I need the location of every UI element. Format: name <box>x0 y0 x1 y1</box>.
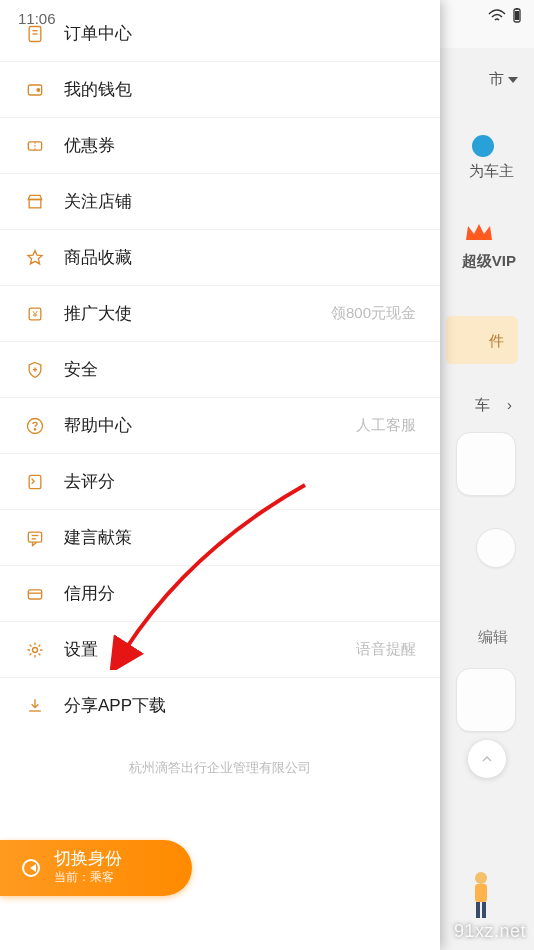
menu-item-share-download[interactable]: 分享APP下载 <box>0 678 440 733</box>
menu-item-coupon[interactable]: 优惠券 <box>0 118 440 173</box>
bg-chevron[interactable]: › <box>507 396 512 413</box>
menu-item-follow-shop[interactable]: 关注店铺 <box>0 174 440 229</box>
menu-item-rate[interactable]: 去评分 <box>0 454 440 509</box>
bg-件-label: 件 <box>489 332 504 351</box>
chevron-up-icon <box>479 751 495 767</box>
menu-label: 安全 <box>64 358 416 381</box>
shield-icon <box>24 359 46 381</box>
menu-label: 信用分 <box>64 582 416 605</box>
feedback-icon <box>24 527 46 549</box>
switch-current: 当前：乘客 <box>54 869 122 886</box>
menu-label: 帮助中心 <box>64 414 356 437</box>
menu-list: 订单中心 我的钱包 优惠券 关注店铺 商品收藏 ¥ 推广大使 领800元现金 <box>0 0 440 950</box>
menu-item-wallet[interactable]: 我的钱包 <box>0 62 440 117</box>
svg-rect-5 <box>476 902 480 918</box>
svg-point-11 <box>37 88 40 91</box>
menu-label: 关注店铺 <box>64 190 416 213</box>
menu-extra: 领800元现金 <box>331 304 416 323</box>
status-bar-icons <box>488 8 522 24</box>
menu-extra: 语音提醒 <box>356 640 416 659</box>
menu-item-feedback[interactable]: 建言献策 <box>0 510 440 565</box>
switch-title: 切换身份 <box>54 850 122 869</box>
menu-extra: 人工客服 <box>356 416 416 435</box>
svg-rect-6 <box>482 902 486 918</box>
svg-point-3 <box>475 872 487 884</box>
status-time: 11:06 <box>18 10 56 27</box>
switch-arrow-icon <box>22 859 40 877</box>
person-illustration <box>468 870 494 920</box>
svg-rect-25 <box>28 589 41 598</box>
edit-link[interactable]: 编辑 <box>478 628 508 647</box>
menu-item-favorites[interactable]: 商品收藏 <box>0 230 440 285</box>
coupon-icon <box>24 135 46 157</box>
menu-item-safety[interactable]: 安全 <box>0 342 440 397</box>
wallet-icon <box>24 79 46 101</box>
side-drawer: 11:06 订单中心 我的钱包 优惠券 关注店铺 商品收藏 ¥ 推广 <box>0 0 440 950</box>
svg-rect-4 <box>475 884 487 902</box>
download-icon <box>24 695 46 717</box>
settings-icon <box>24 639 46 661</box>
menu-label: 订单中心 <box>64 22 416 45</box>
scroll-top-button[interactable] <box>468 740 506 778</box>
svg-rect-22 <box>28 532 41 542</box>
favorite-icon <box>24 247 46 269</box>
menu-item-orders[interactable]: 订单中心 <box>0 6 440 61</box>
rate-icon <box>24 471 46 493</box>
city-selector[interactable]: 市 <box>489 70 518 89</box>
menu-label: 优惠券 <box>64 134 416 157</box>
svg-rect-2 <box>515 11 519 20</box>
svg-rect-1 <box>516 8 518 10</box>
svg-text:¥: ¥ <box>31 309 38 319</box>
svg-point-27 <box>33 647 38 652</box>
menu-label: 去评分 <box>64 470 416 493</box>
bg-car-label: 车 <box>475 396 490 415</box>
switch-role-button[interactable]: 切换身份 当前：乘客 <box>0 840 192 896</box>
promo-icon: ¥ <box>24 303 46 325</box>
svg-rect-21 <box>29 475 41 488</box>
credit-icon <box>24 583 46 605</box>
become-owner-link[interactable]: 为车主 <box>469 162 514 181</box>
owner-avatar-icon <box>472 135 494 157</box>
menu-item-settings[interactable]: 设置 语音提醒 <box>0 622 440 677</box>
menu-label: 设置 <box>64 638 356 661</box>
super-vip-link[interactable]: 超级VIP <box>462 252 516 271</box>
menu-item-promo[interactable]: ¥ 推广大使 领800元现金 <box>0 286 440 341</box>
menu-item-credit[interactable]: 信用分 <box>0 566 440 621</box>
menu-item-help[interactable]: 帮助中心 人工客服 <box>0 398 440 453</box>
vip-crown-icon <box>464 220 494 244</box>
menu-label: 我的钱包 <box>64 78 416 101</box>
svg-point-20 <box>34 428 35 429</box>
shop-icon <box>24 191 46 213</box>
svg-rect-14 <box>29 199 41 207</box>
watermark: 91xz.net <box>454 921 526 942</box>
help-icon <box>24 415 46 437</box>
menu-label: 分享APP下载 <box>64 694 416 717</box>
menu-label: 推广大使 <box>64 302 331 325</box>
menu-label: 建言献策 <box>64 526 416 549</box>
menu-label: 商品收藏 <box>64 246 416 269</box>
company-footer: 杭州滴答出行企业管理有限公司 <box>0 733 440 817</box>
